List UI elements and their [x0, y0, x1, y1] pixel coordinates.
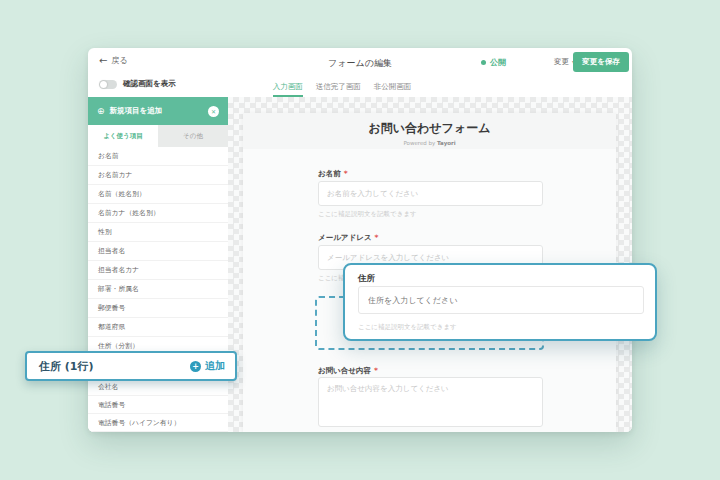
list-item[interactable]: 電話番号	[88, 396, 228, 414]
tab-complete-screen[interactable]: 送信完了画面	[316, 76, 361, 97]
toggle-knob	[100, 81, 107, 88]
confirmation-toggle[interactable]	[99, 80, 117, 89]
sub-bar: 確認画面を表示 入力画面 送信完了画面 非公開画面	[88, 76, 632, 97]
tab-private-screen[interactable]: 非公開画面	[374, 76, 412, 97]
list-item[interactable]: 電話番号（ハイフン有り）	[88, 414, 228, 432]
required-mark: *	[375, 233, 379, 242]
tab-input-screen[interactable]: 入力画面	[273, 76, 303, 97]
sidebar-tab-other[interactable]: その他	[158, 125, 228, 147]
sidebar-tab-frequent[interactable]: よく使う項目	[88, 125, 158, 147]
plus-circle-icon: +	[190, 361, 201, 372]
field-label-message: お問い合せ内容*	[318, 366, 378, 376]
screen-tabs: 入力画面 送信完了画面 非公開画面	[228, 76, 456, 97]
floating-address-field-card[interactable]: 住所 ここに補足説明文を記載できます	[343, 263, 657, 341]
list-item[interactable]: 担当者名	[88, 242, 228, 261]
add-item-sidebar: ⊕ 新規項目を追加 ✕ よく使う項目 その他 お名前 お名前カナ 名前（姓名別）…	[88, 97, 228, 432]
top-bar: ← 戻る フォームの編集 公開 変更 ▼ 変更を保存	[88, 48, 632, 76]
list-item[interactable]: 性別	[88, 223, 228, 242]
form-title: お問い合わせフォーム	[243, 120, 616, 137]
required-mark: *	[374, 366, 378, 375]
add-field-button[interactable]: + 追加	[190, 359, 225, 373]
page-title: フォームの編集	[88, 57, 632, 70]
confirmation-toggle-group: 確認画面を表示	[99, 79, 176, 89]
list-item[interactable]: 担当者名カナ	[88, 261, 228, 280]
status-dot-icon	[481, 60, 486, 65]
field-type-list: お名前 お名前カナ 名前（姓名別） 名前カナ（姓名別） 性別 担当者名 担当者名…	[88, 147, 228, 432]
field-label-email: メールアドレス*	[318, 233, 379, 243]
close-icon[interactable]: ✕	[208, 106, 219, 117]
list-item[interactable]: お名前	[88, 147, 228, 166]
form-header: お問い合わせフォーム Powered by Tayori	[243, 113, 616, 149]
required-mark: *	[344, 169, 348, 178]
publish-status-label: 公開	[490, 57, 506, 68]
add-field-label: 追加	[205, 359, 225, 373]
name-input[interactable]	[318, 181, 543, 206]
drag-item-address-single-line[interactable]: 住所 (1行) + 追加	[25, 351, 237, 381]
message-textarea[interactable]	[318, 377, 543, 427]
drag-item-label: 住所 (1行)	[39, 359, 94, 374]
add-item-header-label: 新規項目を追加	[110, 106, 163, 116]
publish-status-badge: 公開	[481, 57, 506, 68]
address-input[interactable]	[358, 286, 644, 314]
list-item[interactable]: お名前カナ	[88, 166, 228, 185]
page-background: ← 戻る フォームの編集 公開 変更 ▼ 変更を保存 確認画面を表示 入力画面 …	[0, 0, 720, 480]
powered-by: Powered by Tayori	[243, 140, 616, 146]
list-item[interactable]: 部署・所属名	[88, 280, 228, 299]
brand-name: Tayori	[437, 140, 456, 146]
list-item[interactable]: 名前（姓名別）	[88, 185, 228, 204]
list-item[interactable]: 都道府県	[88, 318, 228, 337]
list-item[interactable]: 郵便番号	[88, 299, 228, 318]
save-button[interactable]: 変更を保存	[573, 52, 629, 72]
field-helper-name: ここに補足説明文を記載できます	[318, 210, 417, 219]
floating-field-label: 住所	[358, 273, 375, 285]
add-item-header: ⊕ 新規項目を追加 ✕	[88, 97, 228, 125]
change-dropdown-label: 変更	[554, 57, 569, 67]
circle-plus-icon: ⊕	[97, 106, 105, 116]
list-item[interactable]: 名前カナ（姓名別）	[88, 204, 228, 223]
field-label-name: お名前*	[318, 169, 348, 179]
confirmation-toggle-label: 確認画面を表示	[123, 79, 176, 89]
floating-field-helper: ここに補足説明文を記載できます	[358, 323, 457, 332]
change-dropdown[interactable]: 変更 ▼	[554, 57, 575, 67]
sidebar-tabs: よく使う項目 その他	[88, 125, 228, 147]
